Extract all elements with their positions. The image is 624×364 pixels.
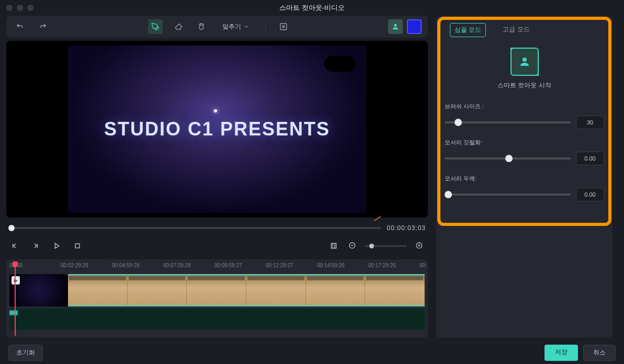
brush-size-label: 브러쉬 사이즈 : (445, 103, 604, 110)
person-detect-button[interactable] (388, 19, 403, 34)
time-ruler: 00:00 00:02:29:29 00:04:59:28 00:07:29:2… (6, 263, 428, 273)
hand-tool[interactable] (194, 19, 209, 34)
edge-feather-label: 모서리 깃털화: (445, 139, 604, 146)
zoom-in-button[interactable] (413, 240, 426, 252)
save-button[interactable]: 저장 (544, 345, 578, 361)
toolbar: 맞추기 (6, 16, 428, 38)
minimize-window[interactable] (17, 5, 23, 11)
next-frame-button[interactable] (29, 240, 42, 252)
titlebar: 스마트 컷아웃-비디오 (0, 0, 624, 16)
maximize-window[interactable] (27, 5, 33, 11)
zoom-out-button[interactable] (346, 240, 359, 252)
undo-button[interactable] (13, 19, 27, 34)
play-icon: ▶ (12, 276, 20, 285)
video-track[interactable]: ▶ (9, 274, 425, 306)
footer-bar: 초기화 저장 취소 (0, 341, 624, 364)
window-title: 스마트 컷아웃-비디오 (279, 3, 345, 13)
edge-thickness-label: 모서리 두께: (445, 175, 604, 183)
svg-rect-2 (75, 244, 80, 248)
playback-scrubber[interactable] (8, 227, 381, 229)
zoom-slider[interactable] (365, 245, 407, 247)
video-frame-text: STUDIO C1 PRESENTS (104, 118, 330, 140)
brush-size-value[interactable]: 30 (576, 116, 604, 129)
svg-point-6 (523, 58, 527, 62)
redo-button[interactable] (36, 19, 50, 34)
prev-frame-button[interactable] (8, 240, 21, 252)
background-color-button[interactable] (407, 19, 422, 34)
play-button[interactable] (50, 240, 63, 252)
tab-simple-mode[interactable]: 심플 모드 (450, 23, 486, 37)
time-display: 00:00:03:03 (387, 224, 426, 232)
stop-button[interactable] (71, 240, 84, 252)
reset-button[interactable]: 초기화 (8, 345, 43, 361)
fit-label: 맞추기 (222, 22, 241, 31)
video-preview: STUDIO C1 PRESENTS (6, 41, 428, 218)
brush-tool[interactable] (148, 19, 163, 34)
edge-thickness-value[interactable]: 0.00 (576, 188, 604, 201)
cancel-button[interactable]: 취소 (583, 345, 616, 361)
timeline[interactable]: 00:00 00:02:29:29 00:04:59:28 00:07:29:2… (6, 259, 428, 338)
close-window[interactable] (6, 5, 13, 11)
compare-button[interactable] (276, 19, 291, 34)
smart-cutout-start-button[interactable] (510, 48, 539, 76)
audio-track[interactable] (9, 309, 425, 329)
playhead[interactable] (15, 261, 16, 336)
zoom-fit-dropdown[interactable]: 맞추기 (217, 20, 255, 33)
crop-button[interactable] (327, 240, 340, 252)
eraser-tool[interactable] (171, 19, 186, 34)
edge-feather-slider[interactable] (445, 157, 571, 160)
brush-size-slider[interactable] (445, 121, 571, 123)
svg-point-1 (394, 24, 396, 27)
tab-advanced-mode[interactable]: 고급 모드 (498, 23, 534, 37)
edge-feather-value[interactable]: 0.00 (576, 152, 604, 165)
arrow-annotation (373, 214, 382, 223)
settings-panel: 심플 모드 고급 모드 스마트 컷아웃 시작 브러쉬 사이즈 : 30 모서리 … (436, 16, 612, 338)
svg-rect-3 (331, 243, 336, 248)
scrubber-handle[interactable] (8, 225, 15, 231)
cutout-start-label: 스마트 컷아웃 시작 (497, 81, 551, 90)
edge-thickness-slider[interactable] (445, 194, 571, 196)
